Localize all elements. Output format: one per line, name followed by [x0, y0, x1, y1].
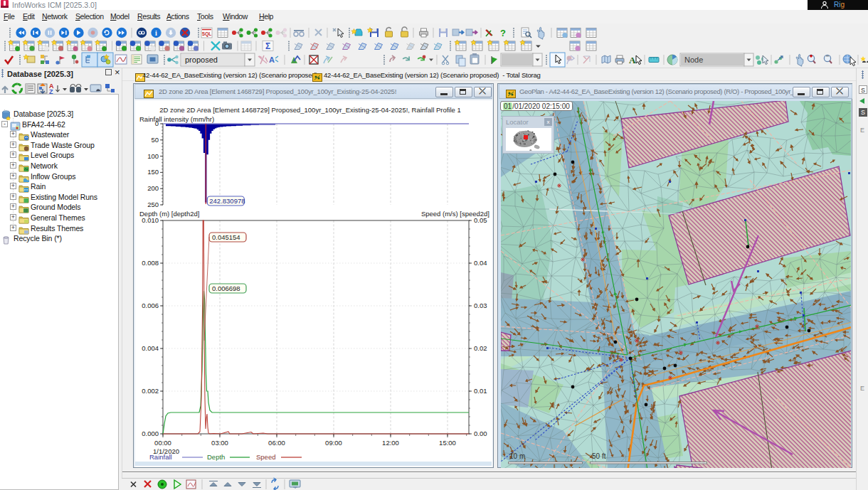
- svg-text:0.02: 0.02: [474, 344, 487, 352]
- svg-text:150: 150: [147, 168, 159, 176]
- svg-text:0.004: 0.004: [142, 344, 159, 352]
- svg-text:100: 100: [147, 152, 159, 160]
- svg-text:09:00: 09:00: [325, 439, 342, 447]
- svg-text:Rainfall intensity (mm/hr): Rainfall intensity (mm/hr): [139, 115, 214, 123]
- svg-text:0.006698: 0.006698: [212, 284, 240, 292]
- svg-text:00:00: 00:00: [154, 439, 171, 447]
- svg-text:10 m: 10 m: [509, 452, 525, 460]
- svg-text:0.002: 0.002: [142, 387, 159, 395]
- svg-text:0.05: 0.05: [474, 216, 487, 224]
- svg-text:50 ft: 50 ft: [592, 452, 606, 460]
- svg-text:0: 0: [155, 119, 159, 127]
- svg-text:12:00: 12:00: [382, 439, 399, 447]
- svg-text:0.045154: 0.045154: [212, 233, 240, 241]
- svg-text:03:00: 03:00: [211, 439, 228, 447]
- svg-text:242.830978: 242.830978: [209, 197, 245, 205]
- svg-text:Depth: Depth: [207, 453, 225, 461]
- svg-text:0.006: 0.006: [142, 302, 159, 309]
- svg-text:0.000: 0.000: [142, 430, 159, 437]
- svg-text:200: 200: [147, 184, 159, 192]
- svg-text:2D zone 2D Area [Element 14687: 2D zone 2D Area [Element 1468729] Propos…: [159, 106, 461, 114]
- svg-text:0.00: 0.00: [474, 430, 487, 437]
- svg-text:0.03: 0.03: [474, 302, 487, 309]
- svg-text:Speed: Speed: [256, 453, 275, 461]
- svg-text:0.04: 0.04: [474, 259, 487, 267]
- svg-text:0.008: 0.008: [142, 259, 159, 267]
- svg-text:15:00: 15:00: [439, 439, 456, 447]
- svg-text:0.010: 0.010: [142, 216, 159, 224]
- svg-text:Rainfall: Rainfall: [149, 453, 172, 461]
- svg-text:06:00: 06:00: [268, 439, 285, 447]
- svg-text:250: 250: [147, 201, 159, 208]
- svg-text:50: 50: [151, 136, 159, 144]
- svg-text:0.01: 0.01: [474, 387, 487, 395]
